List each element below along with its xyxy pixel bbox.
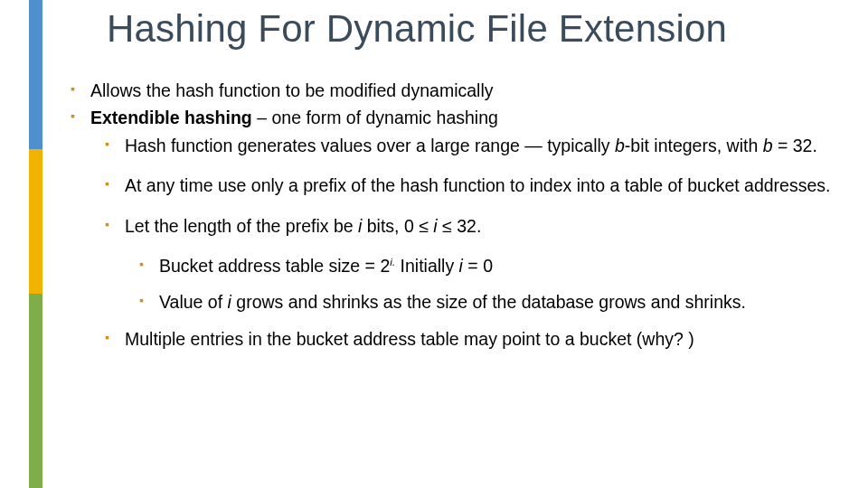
slide-title: Hashing For Dynamic File Extension [107, 7, 727, 51]
bullet-text: Bucket address table size = 2 [159, 256, 390, 276]
bullet-text: grows and shrinks as the size of the dat… [231, 292, 746, 312]
slide: Hashing For Dynamic File Extension Allow… [0, 0, 868, 488]
bullet-level1: Extendible hashing – one form of dynamic… [71, 107, 839, 128]
bullet-text: bits, 0 [362, 216, 419, 236]
var-b: b [763, 136, 773, 155]
var-i: i [429, 216, 442, 236]
bullet-level2: Multiple entries in the bucket address t… [105, 328, 839, 350]
bullet-text: Multiple entries in the bucket address t… [125, 329, 694, 349]
bullet-text: Allows the hash function to be modified … [90, 80, 494, 100]
accent-stripe-gold [29, 149, 42, 294]
bullet-text: – one form of dynamic hashing [252, 108, 498, 127]
le-symbol: ≤ [442, 216, 452, 236]
bullet-level2: Hash function generates values over a la… [105, 135, 839, 156]
bullet-text: 32. [452, 216, 482, 236]
bullet-text: = 32. [773, 136, 817, 155]
bullet-text: Value of [159, 292, 228, 312]
bullet-text: At any time use only a prefix of the has… [125, 175, 830, 195]
bullet-text: Initially [395, 256, 458, 276]
bullet-level2: Let the length of the prefix be i bits, … [105, 215, 839, 237]
slide-body: Allows the hash function to be modified … [71, 80, 839, 368]
le-symbol: ≤ [419, 216, 429, 236]
var-b: b [615, 136, 625, 155]
bullet-text: Let the length of the prefix be [125, 216, 358, 236]
bullet-text: = 0 [463, 256, 493, 276]
accent-stripe-green [29, 294, 42, 488]
bullet-level2: At any time use only a prefix of the has… [105, 174, 839, 196]
bullet-level3: Value of i grows and shrinks as the size… [139, 291, 839, 313]
bullet-text: Hash function generates values over a la… [125, 136, 615, 155]
accent-stripe-blue [29, 0, 42, 149]
bullet-level3: Bucket address table size = 2i. Initiall… [139, 255, 839, 277]
bullet-bold: Extendible hashing [90, 108, 252, 127]
bullet-text: -bit integers, with [625, 136, 763, 155]
bullet-level1: Allows the hash function to be modified … [71, 80, 839, 101]
